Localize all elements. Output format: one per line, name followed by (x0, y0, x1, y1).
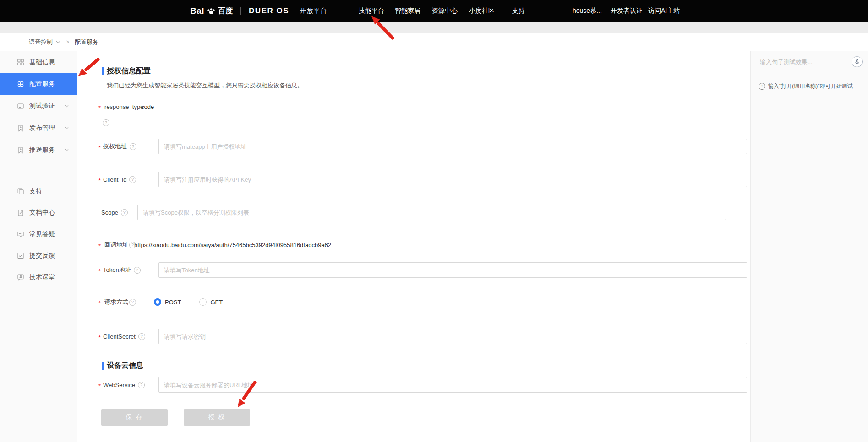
help-icon[interactable]: ? (134, 267, 141, 274)
bookmark-plus-icon (17, 146, 24, 154)
baidu-logo-text: Bai (190, 6, 204, 16)
radio-get[interactable] (199, 298, 207, 306)
nav-item-smart-home[interactable]: 智能家居 (395, 0, 420, 22)
sidebar: 基础信息 配置服务 测试验证 发布管理 (0, 51, 77, 442)
sidebar-item-doc-center[interactable]: 文档中心 (0, 202, 77, 223)
open-platform-text: · 开放平台 (295, 7, 328, 15)
required-asterisk: * (98, 300, 101, 307)
radio-post-label: POST (165, 299, 181, 306)
dueros-brand-text: DUER OS (249, 6, 289, 16)
nav-item-support[interactable]: 支持 (512, 0, 525, 22)
sidebar-item-support[interactable]: 支持 (0, 180, 77, 202)
section-accent-bar (102, 362, 104, 370)
test-sentence-input[interactable] (759, 55, 848, 68)
bookmark-plus-icon (17, 124, 24, 132)
required-asterisk: * (98, 177, 101, 184)
sidebar-item-config-service[interactable]: 配置服务 (0, 73, 77, 95)
sidebar-item-label: 推送服务 (29, 146, 55, 154)
grid-icon (17, 59, 24, 66)
user-account[interactable]: house慕... (573, 0, 602, 22)
required-asterisk: * (98, 383, 101, 389)
section-description: 我们已经为您生成智能家居类技能交互模型，您只需要授权相应设备信息。 (107, 81, 303, 90)
main-content: 授权信息配置 我们已经为您生成智能家居类技能交互模型，您只需要授权相应设备信息。… (77, 51, 750, 442)
page-body: 基础信息 配置服务 测试验证 发布管理 (0, 51, 868, 442)
sidebar-item-push-service[interactable]: 推送服务 (0, 139, 77, 161)
sidebar-item-label: 提交反馈 (29, 252, 55, 260)
sidebar-item-label: 技术课堂 (29, 273, 55, 281)
section-title: 设备云信息 (107, 361, 143, 371)
section-accent-bar (102, 67, 104, 75)
client-secret-input[interactable] (158, 329, 747, 344)
required-asterisk: * (98, 144, 101, 151)
field-auth-address: * 授权地址 ? (98, 139, 750, 154)
save-button[interactable]: 保 存 (101, 409, 168, 426)
nav-item-resource-center[interactable]: 资源中心 (432, 0, 458, 22)
nav-item-visit-ai-site[interactable]: 访问AI主站 (648, 0, 680, 22)
test-input-underline (759, 70, 863, 70)
microphone-icon[interactable] (852, 56, 863, 67)
circles-icon (17, 81, 24, 88)
breadcrumb-skill-select[interactable]: 语音控制 (29, 38, 60, 46)
breadcrumb-current: 配置服务 (75, 38, 98, 46)
copy-icon (17, 188, 24, 195)
section-device-cloud: 设备云信息 (102, 361, 143, 371)
sidebar-item-label: 基础信息 (29, 58, 55, 66)
sidebar-divider (7, 170, 70, 170)
radio-post[interactable] (154, 298, 161, 306)
radio-get-label: GET (210, 299, 223, 306)
web-service-input[interactable] (158, 377, 747, 393)
help-icon[interactable]: ? (138, 333, 145, 340)
sidebar-item-tech-class[interactable]: 技术课堂 (0, 266, 77, 288)
help-icon[interactable]: ? (138, 382, 145, 388)
field-scope: Scope ? (98, 205, 750, 220)
field-response-type: * response_type (98, 99, 143, 114)
field-client-secret: * ClientSecret ? (98, 329, 750, 344)
nav-item-developer-cert[interactable]: 开发者认证 (611, 0, 643, 22)
sidebar-item-basic-info[interactable]: 基础信息 (0, 51, 77, 73)
scope-input[interactable] (137, 205, 726, 220)
document-icon (17, 102, 24, 110)
field-client-id: * Client_Id ? (98, 172, 750, 187)
baidu-cn-text: 百度 (218, 6, 233, 16)
client-id-input[interactable] (158, 172, 747, 187)
breadcrumb-parent-label: 语音控制 (29, 38, 53, 46)
brand-logo[interactable]: Bai 百度 DUER OS · 开放平台 (190, 0, 328, 22)
chevron-down-icon (56, 41, 60, 43)
field-label: WebService (103, 382, 135, 388)
paw-icon (207, 7, 215, 15)
field-label: 请求方式 (104, 298, 128, 306)
breadcrumb-separator: > (66, 39, 69, 45)
method-radio-group: POST GET (154, 298, 223, 306)
chat-dots-icon (17, 231, 24, 238)
test-panel: ! 输入"打开(调用名称)"即可开始调试 (750, 51, 868, 442)
sidebar-item-test-verify[interactable]: 测试验证 (0, 95, 77, 117)
sidebar-item-faq[interactable]: 常见答疑 (0, 223, 77, 245)
nav-item-skill-platform[interactable]: 技能平台 (359, 0, 384, 22)
dueros-console-page: Bai 百度 DUER OS · 开放平台 技能平台 智能家居 资源中心 小度社… (0, 0, 868, 442)
field-label: Token地址 (103, 266, 131, 274)
help-icon[interactable]: ? (129, 299, 136, 306)
required-asterisk: * (98, 268, 101, 275)
callback-url-value: https://xiaodu.baidu.com/saiya/auth/7546… (134, 242, 331, 248)
sidebar-item-publish-manage[interactable]: 发布管理 (0, 117, 77, 139)
field-callback: * 回调地址 ? (98, 240, 136, 249)
help-icon[interactable]: ? (130, 143, 136, 150)
chevron-down-icon (65, 149, 69, 151)
sidebar-item-label: 支持 (29, 187, 42, 195)
token-address-input[interactable] (158, 262, 747, 278)
auth-address-input[interactable] (158, 139, 747, 154)
sidebar-item-label: 常见答疑 (29, 230, 55, 238)
sidebar-item-label: 文档中心 (29, 209, 55, 217)
header-gray-strip (0, 22, 868, 33)
nav-item-xiaodu-community[interactable]: 小度社区 (469, 0, 495, 22)
help-icon[interactable]: ? (129, 176, 136, 183)
authorize-button[interactable]: 授 权 (184, 409, 250, 426)
sidebar-item-feedback[interactable]: 提交反馈 (0, 245, 77, 266)
required-asterisk: * (98, 243, 101, 249)
sidebar-item-label: 配置服务 (29, 80, 55, 88)
help-icon[interactable]: ? (103, 119, 109, 126)
help-icon[interactable]: ? (121, 209, 128, 216)
check-square-icon (17, 252, 24, 259)
top-navbar: Bai 百度 DUER OS · 开放平台 技能平台 智能家居 资源中心 小度社… (0, 0, 868, 22)
field-request-method: * 请求方式 ? (98, 297, 136, 307)
